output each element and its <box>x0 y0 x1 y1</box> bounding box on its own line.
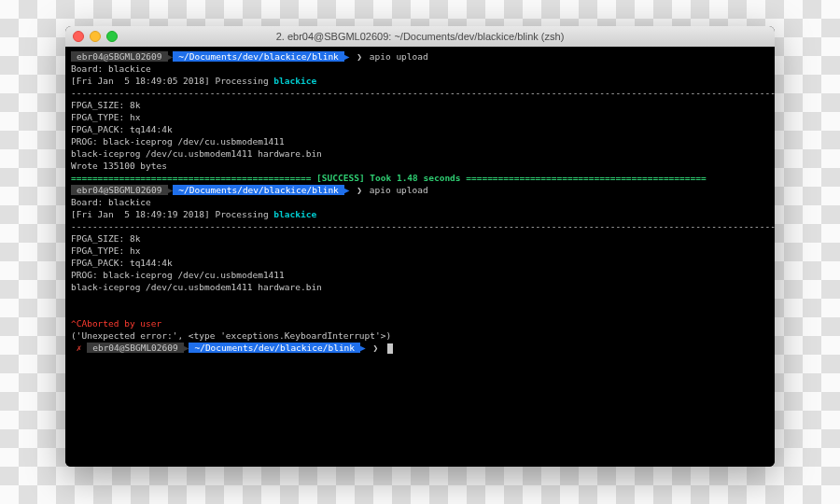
zoom-icon[interactable] <box>106 31 118 42</box>
command-text: apio upload <box>370 51 428 62</box>
titlebar[interactable]: 2. ebr04@SBGML02609: ~/Documents/dev/bla… <box>65 26 775 47</box>
command-text: apio upload <box>370 185 428 195</box>
target-name: blackice <box>273 76 316 86</box>
prompt-chevron: ❯ <box>355 51 364 62</box>
close-icon[interactable] <box>73 31 84 42</box>
sep-icon: ▶ <box>344 185 350 195</box>
error-mark-icon: ✗ <box>77 343 82 353</box>
prompt-line: ebr04@SBGML02609▶~/Documents/dev/blackic… <box>71 185 428 195</box>
output-line: black-iceprog /dev/cu.usbmodem1411 hardw… <box>71 282 322 292</box>
prompt-line: ✗ ebr04@SBGML02609▶~/Documents/dev/black… <box>71 343 393 353</box>
output-line: Board: blackice <box>71 63 151 74</box>
sep-icon: ▶ <box>360 343 366 353</box>
prompt-line: ebr04@SBGML02609▶~/Documents/dev/blackic… <box>71 51 428 62</box>
output-line: FPGA_SIZE: 8k <box>71 100 140 110</box>
sep-icon: ▶ <box>344 51 350 62</box>
minimize-icon[interactable] <box>90 31 101 42</box>
window-title: 2. ebr04@SBGML02609: ~/Documents/dev/bla… <box>65 31 775 42</box>
output-line: PROG: black-iceprog /dev/cu.usbmodem1411 <box>71 270 285 280</box>
prompt-host: ebr04@SBGML02609 <box>87 343 184 353</box>
output-line: FPGA_PACK: tq144:4k <box>71 258 173 268</box>
output-line: FPGA_TYPE: hx <box>71 112 140 122</box>
success-bar: ========================================… <box>71 173 707 183</box>
prompt-chevron: ❯ <box>371 343 381 353</box>
target-name: blackice <box>273 209 316 219</box>
prompt-path: ~/Documents/dev/blackice/blink <box>173 185 344 195</box>
output-line: PROG: black-iceprog /dev/cu.usbmodem1411 <box>71 136 285 147</box>
prompt-host: ebr04@SBGML02609 <box>71 51 168 62</box>
output-line: [Fri Jan 5 18:49:19 2018] Processing bla… <box>71 209 316 219</box>
output-line: FPGA_PACK: tq144:4k <box>71 124 173 134</box>
cursor-icon <box>387 343 393 354</box>
terminal-window: 2. ebr04@SBGML02609: ~/Documents/dev/bla… <box>65 26 775 467</box>
output-line: Board: blackice <box>71 197 151 207</box>
output-line: [Fri Jan 5 18:49:05 2018] Processing bla… <box>71 76 316 86</box>
window-controls <box>65 31 118 42</box>
prompt-chevron: ❯ <box>355 185 364 195</box>
abort-line: ^CAborted by user <box>71 318 161 329</box>
output-line: Wrote 135100 bytes <box>71 161 167 171</box>
prompt-host: ebr04@SBGML02609 <box>71 185 168 195</box>
terminal-body[interactable]: ebr04@SBGML02609▶~/Documents/dev/blackic… <box>65 47 775 467</box>
output-line: FPGA_SIZE: 8k <box>71 233 140 244</box>
output-line: FPGA_TYPE: hx <box>71 245 140 256</box>
prompt-path: ~/Documents/dev/blackice/blink <box>189 343 360 353</box>
error-line: ('Unexpected error:', <type 'exceptions.… <box>71 330 391 341</box>
divider: ----------------------------------------… <box>71 221 775 231</box>
output-line: black-iceprog /dev/cu.usbmodem1411 hardw… <box>71 148 322 159</box>
prompt-path: ~/Documents/dev/blackice/blink <box>173 51 344 62</box>
divider: ----------------------------------------… <box>71 88 775 98</box>
